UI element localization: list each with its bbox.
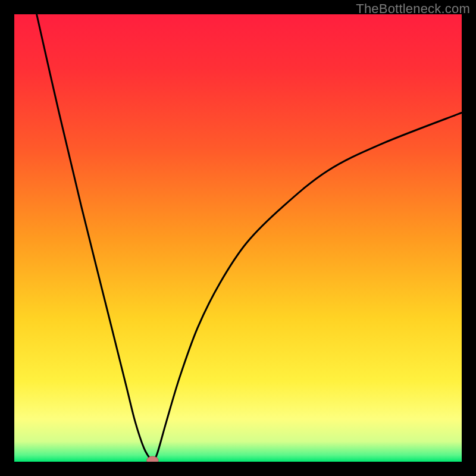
chart-frame [14,14,462,462]
attribution-text: TheBottleneck.com [356,1,470,17]
optimum-marker [147,456,159,462]
gradient-background [14,14,462,462]
bottleneck-chart [14,14,462,462]
